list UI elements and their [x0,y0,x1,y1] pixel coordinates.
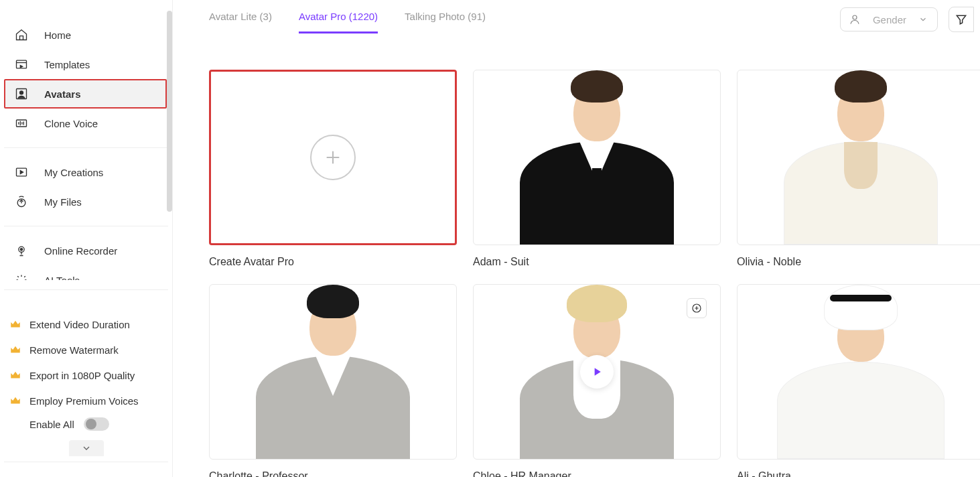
avatar-card-chloe: Chloe - HR Manager [473,284,721,477]
tab-talking-photo[interactable]: Talking Photo (91) [405,5,486,33]
crown-icon [9,369,21,381]
enable-all-toggle[interactable] [84,417,109,431]
recorder-icon [15,244,28,257]
svg-point-7 [20,249,22,251]
sidebar-item-my-creations[interactable]: My Creations [0,157,172,187]
avatar-card-adam: Adam - Suit [473,70,721,268]
svg-point-2 [20,91,23,94]
avatar-card[interactable] [737,284,980,460]
enable-all-row: Enable All [9,417,163,431]
play-button[interactable] [580,355,614,389]
chevron-down-icon [918,15,928,24]
svg-point-8 [853,15,857,19]
filter-icon [955,13,968,26]
avatar-card[interactable] [209,284,457,460]
premium-label: Extend Video Duration [29,319,130,330]
avatar-card[interactable] [473,70,721,245]
my-creations-icon [15,165,28,179]
avatar-card-create: Create Avatar Pro [209,70,457,268]
sidebar: Home Templates Avatars Clone Voice [0,0,173,477]
main-content: Avatar Lite (3) Avatar Pro (1220) Talkin… [173,0,980,477]
premium-label: Remove Watermark [29,344,119,356]
sidebar-item-clone-voice[interactable]: Clone Voice [0,109,172,138]
add-avatar-button[interactable] [687,298,707,318]
premium-item-remove-watermark[interactable]: Remove Watermark [9,337,163,362]
premium-item-extend-duration[interactable]: Extend Video Duration [9,312,163,337]
avatar-figure [738,285,980,459]
card-label: Chloe - HR Manager [473,470,721,477]
my-files-icon [15,195,28,208]
avatar-card[interactable] [737,70,980,245]
sidebar-item-label: My Creations [44,167,103,178]
avatar-card-olivia: Olivia - Noble [737,70,980,268]
plus-icon [691,303,702,314]
sidebar-item-avatars[interactable]: Avatars [4,79,167,109]
person-icon [849,13,861,25]
avatar-figure [474,70,720,245]
premium-item-premium-voices[interactable]: Employ Premium Voices [9,388,163,413]
sidebar-divider [4,462,168,462]
sidebar-nav-group-mine: My Creations My Files [0,157,172,216]
premium-features: Extend Video Duration Remove Watermark E… [0,299,172,462]
avatar-figure [738,70,980,245]
avatar-card-charlotte: Charlotte - Professor [209,284,457,477]
sidebar-item-ai-tools[interactable]: AI Tools [0,265,172,280]
templates-icon [15,58,28,71]
gender-select[interactable]: Gender [840,7,938,31]
avatar-figure [210,285,456,459]
avatar-card[interactable] [473,284,721,460]
sidebar-nav-group-main: Home Templates Avatars Clone Voice [0,0,172,138]
topbar-controls: Gender [840,7,973,32]
collapse-premium-button[interactable] [69,440,104,456]
create-avatar-card[interactable] [209,70,457,245]
avatars-icon [15,87,28,100]
card-label: Create Avatar Pro [209,256,457,268]
sidebar-item-home[interactable]: Home [0,20,172,50]
plus-icon [310,135,356,180]
card-label: Adam - Suit [473,256,721,268]
topbar: Avatar Lite (3) Avatar Pro (1220) Talkin… [209,5,980,33]
enable-all-label: Enable All [29,419,74,430]
sidebar-nav-group-tools: Online Recorder AI Tools [0,236,172,280]
sidebar-item-label: Clone Voice [44,118,98,129]
premium-item-export-1080p[interactable]: Export in 1080P Quality [9,362,163,388]
avatar-tabs: Avatar Lite (3) Avatar Pro (1220) Talkin… [209,5,486,33]
card-label: Ali - Ghutra [737,470,980,477]
tab-avatar-lite[interactable]: Avatar Lite (3) [209,5,272,33]
sidebar-item-templates[interactable]: Templates [0,50,172,79]
premium-label: Export in 1080P Quality [29,370,135,381]
sidebar-item-label: Online Recorder [44,245,117,257]
sidebar-item-label: Home [44,29,71,41]
crown-icon [9,344,21,356]
sidebar-divider [4,147,168,148]
sidebar-item-label: AI Tools [44,275,80,281]
avatar-grid: Create Avatar Pro Adam - Suit [209,70,980,477]
sidebar-item-label: Templates [44,59,90,70]
crown-icon [9,318,21,330]
avatar-card-ali: Ali - Ghutra [737,284,980,477]
sidebar-divider [4,289,168,290]
chevron-down-icon [81,443,92,454]
crown-icon [9,395,21,407]
ai-tools-icon [15,273,28,280]
play-icon [590,365,604,379]
sidebar-divider [4,226,168,226]
sidebar-scrollbar[interactable] [167,11,172,212]
gender-select-placeholder: Gender [873,14,906,25]
filter-button[interactable] [949,7,974,32]
clone-voice-icon [15,117,28,130]
sidebar-item-label: Avatars [44,88,80,100]
tab-avatar-pro[interactable]: Avatar Pro (1220) [299,5,378,33]
premium-label: Employ Premium Voices [29,395,139,407]
svg-rect-3 [17,120,27,127]
card-label: Charlotte - Professor [209,470,457,477]
sidebar-item-online-recorder[interactable]: Online Recorder [0,236,172,265]
card-label: Olivia - Noble [737,256,980,268]
home-icon [15,28,28,42]
sidebar-item-my-files[interactable]: My Files [0,187,172,216]
sidebar-item-label: My Files [44,196,82,208]
